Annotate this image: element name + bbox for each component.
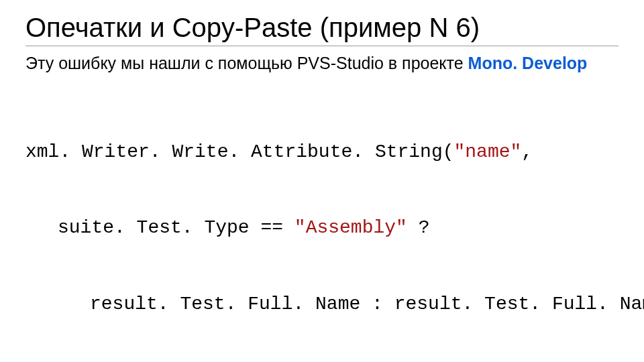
subheading-text: Эту ошибку мы нашли с помощью PVS-Studio… [25,54,468,72]
code-line-1: xml. Writer. Write. Attribute. String("n… [25,139,619,165]
code-text: ? [407,217,430,238]
arrow-icon [66,353,549,362]
code-text: xml. Writer. Write. Attribute. String( [25,141,454,162]
code-line-3: result. Test. Full. Name : result. Test.… [25,292,619,317]
code-text: , [521,141,533,162]
code-text: suite. Test. Type == [58,217,294,238]
project-name: Mono. Develop [468,54,588,72]
code-string: "Assembly" [294,217,407,238]
code-text: result. Test. Full. Name : result. Test.… [90,294,644,314]
code-block: xml. Writer. Write. Attribute. String("n… [25,88,619,362]
slide-title: Опечатки и Copy-Paste (пример N 6) [25,12,619,43]
subheading: Эту ошибку мы нашли с помощью PVS-Studio… [25,53,619,74]
code-line-2: suite. Test. Type == "Assembly" ? [25,215,619,241]
title-underline [25,46,619,46]
code-string: "name" [454,141,522,162]
slide: Опечатки и Copy-Paste (пример N 6) Эту о… [0,0,644,362]
